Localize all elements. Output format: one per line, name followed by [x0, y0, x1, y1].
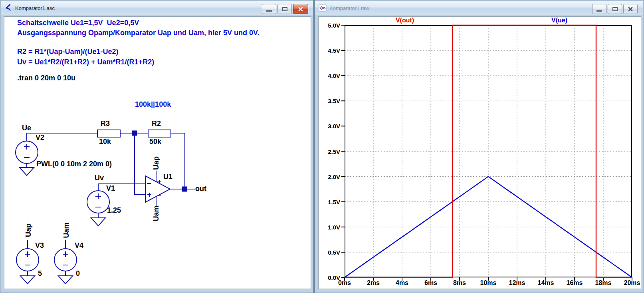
wire-feedback[interactable] [171, 133, 185, 189]
minimize-button[interactable] [262, 4, 276, 14]
u1-rail-uam[interactable]: Uam [152, 205, 161, 221]
r2-value[interactable]: 50k [149, 138, 161, 146]
y-axis-label: 4.0V [319, 72, 340, 79]
x-axis-label: 4ms [390, 279, 414, 287]
resistor-r2[interactable] [148, 130, 171, 137]
v3-value[interactable]: 5 [38, 269, 42, 278]
x-axis-label: 18ms [591, 279, 615, 287]
junction-output-node[interactable] [182, 187, 187, 192]
y-axis-label: 2.0V [319, 173, 340, 180]
u1-rail-uap[interactable]: Uap [152, 156, 161, 170]
schematic-window: Komparator1.asc [0, 0, 314, 293]
legend-trace-vue[interactable]: V(ue) [533, 17, 585, 24]
junction-feedback-node[interactable] [132, 131, 137, 136]
v2-value[interactable]: PWL(0 0 10m 2 20m 0) [36, 160, 112, 168]
comment-formula-uv: Uv = Ue1*R2/(R1+R2) + Uam*R1/(R1+R2) [17, 58, 154, 66]
x-axis-label: 8ms [448, 279, 472, 287]
spice-directive[interactable]: .tran 0 20m 0 10u [17, 74, 75, 82]
v2-name[interactable]: V2 [36, 134, 44, 142]
y-axis-label: 5.0V [319, 22, 340, 29]
waveform-window: Komparator1.raw V(out) V(ue) 0.0V0.5V1.0… [314, 0, 644, 293]
x-axis-label: 6ms [419, 279, 443, 287]
v4-value[interactable]: 0 [76, 269, 80, 278]
comment-thresholds: Schaltschwelle Ue1=1,5V Ue2=0,5V [17, 19, 139, 27]
source-v4[interactable] [54, 240, 77, 276]
x-axis-label: 14ms [534, 279, 558, 287]
ground-v2[interactable] [20, 167, 34, 175]
close-button[interactable] [293, 4, 308, 14]
net-label-out[interactable]: out [195, 185, 206, 193]
wire-uv[interactable] [98, 184, 145, 191]
schematic-drawing [4, 17, 311, 289]
x-axis-label: 16ms [563, 279, 587, 287]
r3-value[interactable]: 10k [99, 138, 111, 146]
net-label-uv[interactable]: Uv [95, 174, 104, 182]
schematic-canvas[interactable]: Schaltschwelle Ue1=1,5V Ue2=0,5V Ausgang… [4, 16, 311, 289]
plot-area[interactable] [345, 25, 632, 277]
ltspice-waveform-icon[interactable] [319, 4, 327, 12]
comment-output-levels: Ausgangsspannung Opamp/Komparator Uap un… [17, 29, 259, 37]
resistor-r3[interactable] [97, 130, 120, 137]
comment-parallel: 100k||100k [135, 100, 171, 109]
maximize-button[interactable] [277, 4, 292, 14]
y-axis-label: 4.5V [319, 47, 340, 54]
x-axis-label: 20ms [620, 279, 644, 287]
x-axis-label: 0ms [333, 279, 357, 287]
y-axis-label: 3.5V [319, 98, 340, 104]
waveform-pane[interactable]: V(out) V(ue) 0.0V0.5V1.0V1.5V2.0V2.5V3.0… [318, 16, 641, 289]
waveform-plot [345, 25, 632, 277]
y-axis-label: 3.0V [319, 123, 340, 130]
ground-v4[interactable] [58, 276, 73, 284]
ltspice-schematic-icon[interactable] [4, 4, 12, 12]
legend-trace-vout[interactable]: V(out) [379, 17, 431, 24]
u1-name[interactable]: U1 [163, 173, 172, 181]
y-axis-label: 1.0V [319, 224, 340, 231]
net-label-ue[interactable]: Ue [22, 124, 31, 132]
v4-name[interactable]: V4 [75, 241, 83, 250]
source-v1[interactable] [87, 191, 109, 218]
minimize-button[interactable] [592, 4, 606, 14]
v3-net-uap[interactable]: Uap [24, 223, 33, 237]
v4-net-uam[interactable]: Uam [62, 222, 71, 238]
wire-node-to-plus-input[interactable] [135, 136, 145, 195]
x-axis-label: 12ms [505, 279, 529, 287]
x-axis-label: 10ms [476, 279, 500, 287]
close-button[interactable] [623, 4, 638, 14]
v1-value[interactable]: 1.25 [107, 206, 121, 215]
ground-v3[interactable] [20, 276, 35, 284]
v1-name[interactable]: V1 [106, 184, 115, 193]
r2-name[interactable]: R2 [152, 120, 161, 128]
window-title: Komparator1.raw [329, 5, 369, 11]
window-title: Komparator1.asc [15, 5, 55, 11]
ground-v1[interactable] [91, 218, 105, 226]
source-v2[interactable] [16, 141, 38, 167]
y-axis-label: 2.5V [319, 148, 340, 155]
r3-name[interactable]: R3 [101, 120, 110, 128]
x-axis-label: 2ms [361, 279, 385, 287]
maximize-button[interactable] [608, 4, 622, 14]
y-axis-label: 0.5V [319, 249, 340, 256]
y-axis-label: 1.5V [319, 199, 340, 205]
v3-name[interactable]: V3 [35, 241, 44, 250]
comment-formula-r2: R2 = R1*(Uap-Uam)/(Ue1-Ue2) [17, 48, 119, 56]
